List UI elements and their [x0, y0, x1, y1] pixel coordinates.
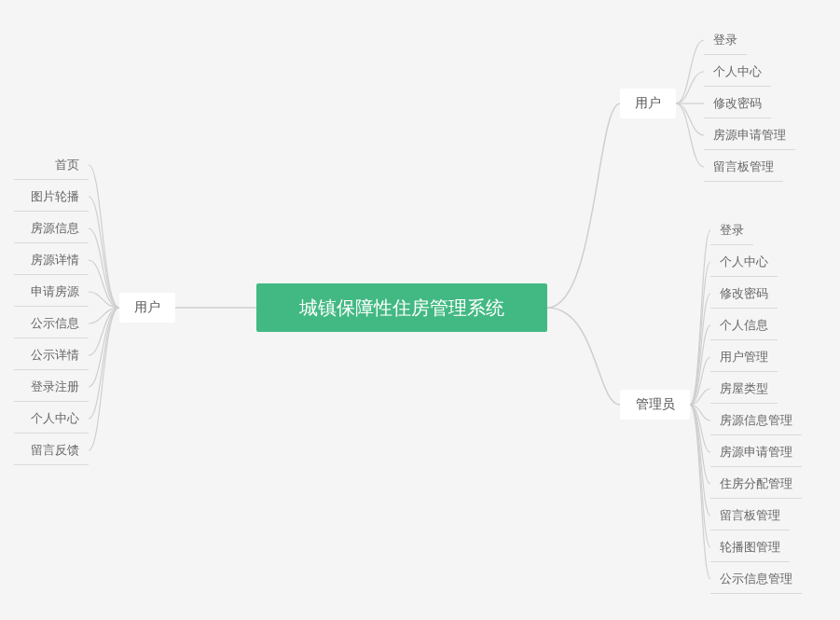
leaf-rtop-4: 留言板管理	[704, 152, 783, 182]
branch-right-user: 用户	[620, 89, 676, 118]
leaf-rtop-2: 修改密码	[704, 89, 771, 118]
leaf-left-5: 公示信息	[14, 309, 89, 338]
leaf-rbot-0: 登录	[710, 215, 753, 245]
leaf-left-9: 留言反馈	[14, 435, 89, 465]
leaf-left-3: 房源详情	[14, 245, 89, 275]
leaf-left-4: 申请房源	[14, 277, 89, 307]
leaf-rbot-4: 用户管理	[710, 342, 778, 372]
leaf-rbot-11: 公示信息管理	[710, 564, 802, 594]
leaf-left-0: 首页	[14, 150, 89, 180]
root-title: 城镇保障性住房管理系统	[299, 296, 504, 321]
leaf-rbot-3: 个人信息	[710, 310, 778, 340]
leaf-rtop-1: 个人中心	[704, 57, 771, 87]
leaf-rbot-5: 房屋类型	[710, 374, 778, 404]
leaf-rbot-6: 房源信息管理	[710, 406, 802, 435]
leaf-rtop-3: 房源申请管理	[704, 120, 795, 150]
leaf-rbot-9: 留言板管理	[710, 501, 790, 530]
leaf-left-8: 个人中心	[14, 404, 89, 434]
leaf-rbot-7: 房源申请管理	[710, 437, 802, 467]
branch-right-admin: 管理员	[620, 390, 690, 420]
leaf-rbot-1: 个人中心	[710, 247, 778, 277]
root-node: 城镇保障性住房管理系统	[256, 283, 547, 332]
leaf-left-2: 房源信息	[14, 214, 89, 243]
leaf-rbot-8: 住房分配管理	[710, 469, 802, 499]
leaf-left-1: 图片轮播	[14, 182, 89, 212]
branch-right-user-label: 用户	[635, 95, 661, 112]
leaf-rtop-0: 登录	[704, 25, 747, 55]
leaf-rbot-10: 轮播图管理	[710, 532, 790, 562]
leaf-rbot-2: 修改密码	[710, 279, 778, 309]
leaf-left-7: 登录注册	[14, 372, 89, 402]
leaf-left-6: 公示详情	[14, 340, 89, 370]
branch-left-user: 用户	[119, 293, 175, 323]
branch-left-label: 用户	[134, 299, 160, 316]
branch-right-admin-label: 管理员	[636, 396, 675, 413]
